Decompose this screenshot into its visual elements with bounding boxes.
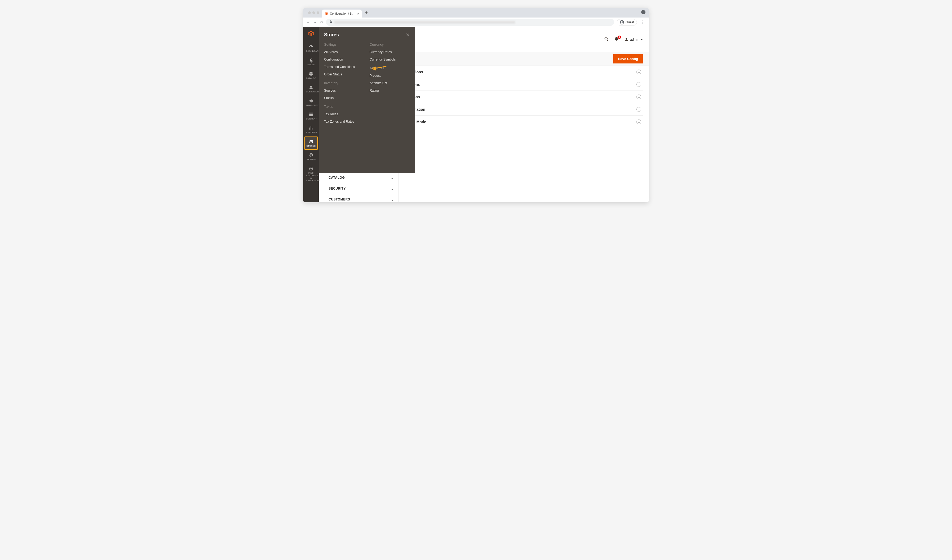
rail-label: CATALOG [306,77,316,79]
annotation-arrow [371,65,386,72]
config-sidebar: CATALOG⌄ SECURITY⌄ CUSTOMERS⌄ [324,172,399,202]
expand-icon: ⌄ [637,119,641,124]
chevron-down-icon: ⌄ [391,187,394,191]
storefront-icon [306,139,316,144]
notifications-icon[interactable]: 6 [614,37,619,43]
flyout-link-stocks[interactable]: Stocks [324,96,365,100]
magento-logo[interactable] [303,29,319,42]
expand-icon: ⌄ [637,107,641,112]
flyout-column-right: Currency Currency Rates Currency Symbols… [370,43,410,127]
traffic-light-close[interactable] [308,11,311,14]
url-blurred [334,21,515,24]
guest-chip[interactable]: Guest [617,19,637,26]
rail-label: DASHBOARD [306,50,316,52]
dashboard-icon [306,44,316,49]
config-group-customers[interactable]: CUSTOMERS⌄ [324,194,399,202]
notifications-badge: 6 [618,35,621,39]
flyout-group-taxes: Taxes [324,105,365,109]
rail-label: SYSTEM [306,158,316,160]
save-config-button[interactable]: Save Config [614,54,643,63]
address-bar: ← → ⟳ Guest ⋮ [303,17,649,27]
config-group-security[interactable]: SECURITY⌄ [324,183,399,194]
rail-label: SALES [306,63,316,66]
user-icon [624,37,629,42]
config-group-catalog[interactable]: CATALOG⌄ [324,172,399,183]
browser-window: Configuration / Settings / Store × + ← →… [303,8,649,202]
flyout-link-tax-zones[interactable]: Tax Zones and Rates [324,120,365,123]
megaphone-icon [306,99,316,103]
rail-item-system[interactable]: SYSTEM [304,150,318,163]
flyout-link-order-status[interactable]: Order Status [324,73,365,76]
flyout-link-attribute-set[interactable]: Attribute Set [370,81,410,85]
rail-item-partners[interactable]: FIND PARTNERS & EXTENSIONS [304,164,318,185]
chevron-down-icon: ⌄ [391,197,394,202]
rail-label: REPORTS [306,131,316,134]
url-input[interactable] [326,19,614,26]
accordion-item[interactable]: Options⌄ [404,91,643,103]
puzzle-icon [306,166,316,171]
traffic-light-max[interactable] [317,11,319,14]
accordion-item[interactable]: nformation⌄ [404,103,643,116]
accordion-item[interactable]: Store Mode⌄ [404,116,643,128]
svg-point-3 [311,168,312,170]
flyout-close-icon[interactable]: ✕ [406,32,410,38]
flyout-column-left: Settings All Stores Configuration Terms … [324,43,365,127]
back-icon[interactable]: ← [306,20,309,24]
rail-item-reports[interactable]: REPORTS [304,123,318,136]
magento-favicon [325,12,328,15]
person-icon [306,85,316,90]
stores-flyout: Stores ✕ Settings All Stores Configurati… [319,27,415,173]
flyout-link-currency-rates[interactable]: Currency Rates [370,50,410,54]
chart-icon [306,126,316,130]
lock-icon [329,20,332,24]
reload-icon[interactable]: ⟳ [320,20,323,24]
rail-item-content[interactable]: CONTENT [304,110,318,123]
rail-item-sales[interactable]: SALES [304,55,318,68]
expand-icon: ⌄ [637,69,641,74]
flyout-link-tax-rules[interactable]: Tax Rules [324,112,365,116]
user-label: admin [630,37,639,42]
rail-label: FIND PARTNERS & EXTENSIONS [306,172,316,182]
tab-overflow-icon[interactable] [641,10,646,14]
flyout-link-sources[interactable]: Sources [324,89,365,93]
tab-close-icon[interactable]: × [357,12,359,15]
guest-label: Guest [626,20,634,24]
config-sections: y Options⌄ Options⌄ Options⌄ nformation⌄… [399,66,649,202]
flyout-link-terms[interactable]: Terms and Conditions [324,65,365,69]
search-icon[interactable] [604,37,609,43]
flyout-group-currency: Currency [370,43,410,46]
browser-menu-icon[interactable]: ⋮ [640,20,646,25]
forward-icon[interactable]: → [313,20,317,24]
user-menu[interactable]: admin ▾ [624,37,643,42]
rail-label: STORES [306,145,316,147]
tab-title: Configuration / Settings / Store [330,12,355,15]
traffic-lights [306,11,322,14]
accordion-item[interactable]: Options⌄ [404,78,643,91]
flyout-link-all-stores[interactable]: All Stores [324,50,365,54]
flyout-link-product[interactable]: Product [370,74,410,77]
dollar-icon [306,58,316,63]
rail-item-marketing[interactable]: MARKETING [304,96,318,109]
flyout-group-settings: Settings [324,43,365,46]
nav-icons: ← → ⟳ [306,20,323,24]
rail-label: CUSTOMERS [306,91,316,93]
rail-item-dashboard[interactable]: DASHBOARD [304,42,318,55]
rail-item-customers[interactable]: CUSTOMERS [304,82,318,96]
flyout-link-configuration[interactable]: Configuration [324,58,365,61]
browser-tab-bar: Configuration / Settings / Store × + [303,8,649,17]
user-avatar-icon [620,20,624,25]
rail-label: CONTENT [306,118,316,120]
accordion-item[interactable]: y Options⌄ [404,66,643,78]
config-group-label: CATALOG [329,176,345,179]
rail-item-stores[interactable]: STORES [304,136,318,150]
traffic-light-min[interactable] [312,11,315,14]
flyout-link-rating[interactable]: Rating [370,89,410,93]
layout-icon [306,112,316,117]
svg-point-1 [621,21,622,22]
new-tab-button[interactable]: + [362,10,371,15]
browser-tab[interactable]: Configuration / Settings / Store × [322,9,362,17]
rail-item-catalog[interactable]: CATALOG [304,69,318,82]
flyout-link-currency-symbols[interactable]: Currency Symbols [370,58,410,61]
flyout-title: Stores [324,32,339,38]
box-icon [306,71,316,76]
